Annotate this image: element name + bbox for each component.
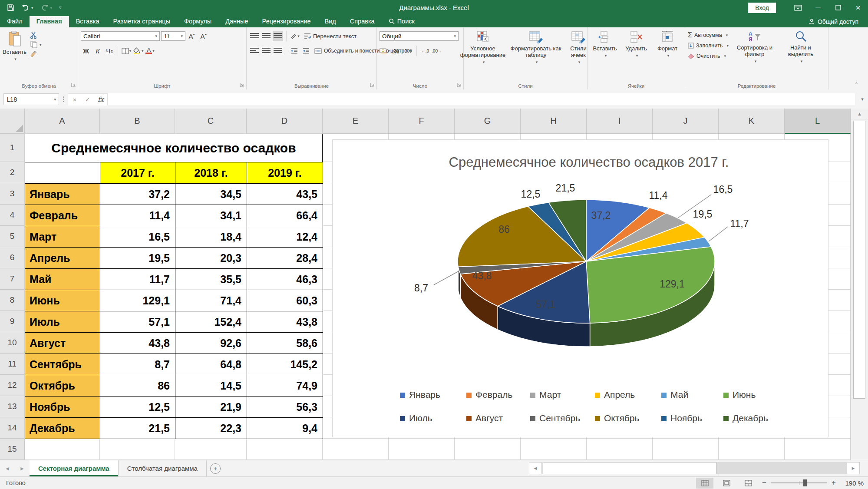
month-cell-Декабрь[interactable]: Декабрь — [25, 418, 100, 439]
legend-label-Апрель[interactable]: Апрель — [604, 390, 635, 400]
data-label-Декабрь[interactable]: 21,5 — [556, 182, 575, 194]
format-cells-button[interactable]: Формат ▾ — [653, 30, 682, 81]
sheet-tab-Секторная диаграмма[interactable]: Секторная диаграмма — [30, 460, 119, 476]
bold-button[interactable]: Ж — [81, 46, 91, 56]
legend-swatch-Апрель[interactable] — [595, 393, 600, 398]
column-header-D[interactable]: D — [247, 109, 323, 134]
cell-I15[interactable] — [587, 439, 653, 460]
legend-label-Ноябрь[interactable]: Ноябрь — [670, 413, 702, 423]
data-label-Март[interactable]: 16,5 — [713, 184, 733, 195]
month-cell-Апрель[interactable]: Апрель — [25, 248, 100, 269]
scroll-left-icon[interactable]: ◄ — [529, 462, 542, 474]
zoom-level[interactable]: 190 % — [841, 479, 864, 487]
confirm-entry-icon[interactable]: ✓ — [81, 93, 94, 106]
value-2019-Март[interactable]: 12,4 — [247, 226, 323, 248]
paste-caret-icon[interactable]: ▾ — [14, 57, 17, 61]
value-2019-Февраль[interactable]: 66,4 — [247, 205, 323, 226]
value-2017-Октябрь[interactable]: 86 — [100, 375, 175, 396]
month-cell-Сентябрь[interactable]: Сентябрь — [25, 354, 100, 375]
page-layout-view-button[interactable] — [718, 478, 735, 489]
data-label-Сентябрь[interactable]: 8,7 — [414, 282, 428, 294]
data-label-Август[interactable]: 43,8 — [472, 270, 492, 281]
cut-button[interactable] — [30, 32, 42, 39]
copy-button[interactable]: ▾ — [30, 41, 42, 48]
row-header-10[interactable]: 10 — [0, 332, 25, 354]
value-2017-Январь[interactable]: 37,2 — [100, 184, 175, 205]
value-2018-Ноябрь[interactable]: 21,9 — [175, 396, 247, 418]
month-cell-Март[interactable]: Март — [25, 226, 100, 248]
undo-caret-icon[interactable]: ▾ — [31, 6, 33, 10]
ribbon-tab-Вид[interactable]: Вид — [318, 16, 343, 27]
row-header-1[interactable]: 1 — [0, 134, 25, 162]
undo-button[interactable]: ▾ — [21, 4, 33, 11]
ribbon-tab-Разметка страницы[interactable]: Разметка страницы — [106, 16, 178, 27]
save-icon[interactable] — [7, 4, 14, 11]
year-header-2017 г.[interactable]: 2017 г. — [100, 162, 175, 184]
column-header-K[interactable]: K — [719, 109, 785, 134]
value-2017-Апрель[interactable]: 19,5 — [100, 248, 175, 269]
value-2018-Апрель[interactable]: 20,3 — [175, 248, 247, 269]
sheet-tab-Столбчатая диаграмма[interactable]: Столбчатая диаграмма — [119, 460, 207, 476]
underline-button[interactable]: Ч▾ — [104, 46, 115, 56]
collapse-ribbon-icon[interactable]: ⌃ — [855, 82, 858, 87]
number-dialog-launcher-icon[interactable] — [457, 83, 462, 88]
insert-cells-button[interactable]: Вставить ▾ — [590, 30, 620, 81]
wrap-text-button[interactable]: Перенести текст — [304, 31, 356, 41]
ribbon-tab-Главная[interactable]: Главная — [30, 16, 69, 27]
row-header-14[interactable]: 14 — [0, 417, 25, 439]
value-2018-Декабрь[interactable]: 22,3 — [175, 418, 247, 439]
cell-L15[interactable] — [785, 439, 851, 460]
month-cell-Ноябрь[interactable]: Ноябрь — [25, 396, 100, 418]
ribbon-tab-Вставка[interactable]: Вставка — [69, 16, 106, 27]
value-2017-Июнь[interactable]: 129,1 — [100, 290, 175, 311]
value-2017-Февраль[interactable]: 11,4 — [100, 205, 175, 226]
value-2017-Май[interactable]: 11,7 — [100, 269, 175, 290]
clear-button[interactable]: Очистить▾ — [688, 51, 729, 60]
value-2019-Август[interactable]: 58,6 — [247, 333, 323, 354]
value-2018-Октябрь[interactable]: 14,5 — [175, 375, 247, 396]
value-2017-Сентябрь[interactable]: 8,7 — [100, 354, 175, 375]
horizontal-scrollbar[interactable]: ◄ ► — [529, 462, 860, 475]
value-2017-Ноябрь[interactable]: 12,5 — [100, 396, 175, 418]
row-header-15[interactable]: 15 — [0, 439, 25, 460]
year-header-2018 г.[interactable]: 2018 г. — [175, 162, 247, 184]
name-box[interactable]: L18 ▾ — [3, 93, 59, 105]
value-2019-Апрель[interactable]: 28,4 — [247, 248, 323, 269]
legend-swatch-Март[interactable] — [530, 393, 535, 398]
data-label-Июль[interactable]: 57,1 — [536, 299, 556, 310]
legend-label-Декабрь[interactable]: Декабрь — [733, 413, 768, 423]
data-label-Апрель[interactable]: 19,5 — [693, 208, 713, 220]
number-format-select[interactable]: Общий▾ — [380, 31, 459, 41]
clipboard-dialog-launcher-icon[interactable] — [71, 83, 76, 88]
cell-D15[interactable] — [247, 439, 323, 460]
column-header-L[interactable]: L — [785, 109, 851, 134]
zoom-slider[interactable]: − + — [761, 479, 837, 487]
autosum-button[interactable]: Σ Автосумма▾ — [688, 30, 729, 40]
orientation-button[interactable]: ▾ — [290, 31, 300, 41]
row-header-4[interactable]: 4 — [0, 205, 25, 226]
font-dialog-launcher-icon[interactable] — [240, 83, 245, 88]
minimize-button[interactable]: ─ — [808, 0, 828, 15]
grow-font-button[interactable]: Аˆ — [187, 31, 197, 41]
fill-button[interactable]: Заполнить▾ — [688, 41, 729, 50]
month-cell-Июль[interactable]: Июль — [25, 311, 100, 333]
cancel-entry-icon[interactable]: × — [68, 93, 81, 106]
row-header-11[interactable]: 11 — [0, 354, 25, 375]
cell-J15[interactable] — [653, 439, 719, 460]
legend-swatch-Октябрь[interactable] — [595, 416, 600, 421]
align-bottom-button[interactable] — [273, 31, 283, 41]
sheet-nav-right-icon[interactable]: ► — [15, 460, 30, 476]
ribbon-tab-Данные[interactable]: Данные — [218, 16, 255, 27]
legend-label-Май[interactable]: Май — [670, 390, 688, 400]
cell-H15[interactable] — [521, 439, 587, 460]
name-box-caret-icon[interactable]: ▾ — [54, 97, 56, 102]
column-header-C[interactable]: C — [175, 109, 247, 134]
cell-G15[interactable] — [455, 439, 521, 460]
share-button[interactable]: Общий доступ — [809, 18, 868, 27]
value-2019-Май[interactable]: 46,3 — [247, 269, 323, 290]
fill-color-button[interactable]: ▾ — [133, 46, 144, 56]
decrease-decimal-button[interactable]: .00→ — [432, 46, 442, 56]
legend-label-Март[interactable]: Март — [539, 390, 561, 400]
borders-button[interactable]: ▾ — [121, 46, 132, 56]
value-2018-Май[interactable]: 35,5 — [175, 269, 247, 290]
